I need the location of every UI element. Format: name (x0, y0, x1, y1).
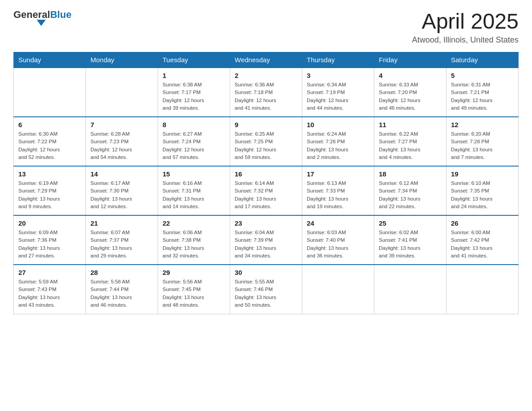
day-info: Sunrise: 6:27 AM Sunset: 7:24 PM Dayligh… (163, 130, 225, 161)
calendar-day-cell: 7Sunrise: 6:28 AM Sunset: 7:23 PM Daylig… (86, 117, 158, 166)
day-info: Sunrise: 6:13 AM Sunset: 7:33 PM Dayligh… (307, 180, 369, 210)
day-number: 1 (163, 72, 225, 79)
day-info: Sunrise: 6:16 AM Sunset: 7:31 PM Dayligh… (163, 180, 225, 210)
day-info: Sunrise: 6:12 AM Sunset: 7:34 PM Dayligh… (379, 180, 442, 210)
calendar-week-row: 27Sunrise: 5:59 AM Sunset: 7:43 PM Dayli… (14, 265, 519, 314)
day-number: 16 (235, 170, 297, 178)
day-number: 30 (235, 269, 297, 276)
calendar-day-header: Sunday (14, 52, 86, 68)
day-info: Sunrise: 5:59 AM Sunset: 7:43 PM Dayligh… (18, 278, 81, 309)
day-info: Sunrise: 6:03 AM Sunset: 7:40 PM Dayligh… (307, 229, 369, 260)
day-info: Sunrise: 6:19 AM Sunset: 7:29 PM Dayligh… (18, 180, 81, 210)
calendar-day-cell: 6Sunrise: 6:30 AM Sunset: 7:22 PM Daylig… (14, 117, 86, 166)
calendar-week-row: 13Sunrise: 6:19 AM Sunset: 7:29 PM Dayli… (14, 166, 519, 215)
day-number: 29 (163, 269, 225, 276)
calendar-day-cell: 13Sunrise: 6:19 AM Sunset: 7:29 PM Dayli… (14, 166, 86, 215)
calendar-day-cell: 15Sunrise: 6:16 AM Sunset: 7:31 PM Dayli… (158, 166, 230, 215)
page-subtitle: Atwood, Illinois, United States (412, 35, 519, 45)
calendar-table: SundayMondayTuesdayWednesdayThursdayFrid… (13, 52, 519, 314)
day-info: Sunrise: 6:28 AM Sunset: 7:23 PM Dayligh… (90, 130, 153, 161)
calendar-day-cell: 25Sunrise: 6:02 AM Sunset: 7:41 PM Dayli… (374, 215, 446, 265)
day-number: 2 (235, 72, 297, 79)
calendar-day-cell: 16Sunrise: 6:14 AM Sunset: 7:32 PM Dayli… (230, 166, 302, 215)
day-info: Sunrise: 5:55 AM Sunset: 7:46 PM Dayligh… (235, 278, 297, 309)
day-info: Sunrise: 6:09 AM Sunset: 7:36 PM Dayligh… (18, 229, 81, 260)
day-info: Sunrise: 6:38 AM Sunset: 7:17 PM Dayligh… (163, 81, 225, 112)
day-info: Sunrise: 6:24 AM Sunset: 7:26 PM Dayligh… (307, 130, 369, 161)
calendar-day-cell: 5Sunrise: 6:31 AM Sunset: 7:21 PM Daylig… (446, 68, 519, 117)
day-number: 27 (18, 269, 81, 276)
day-info: Sunrise: 6:04 AM Sunset: 7:39 PM Dayligh… (235, 229, 297, 260)
day-number: 19 (451, 170, 514, 178)
day-info: Sunrise: 6:10 AM Sunset: 7:35 PM Dayligh… (451, 180, 514, 210)
day-info: Sunrise: 6:34 AM Sunset: 7:19 PM Dayligh… (307, 81, 369, 112)
day-number: 5 (451, 72, 514, 79)
day-number: 14 (90, 170, 153, 178)
calendar-day-cell: 30Sunrise: 5:55 AM Sunset: 7:46 PM Dayli… (230, 265, 302, 314)
calendar-day-cell: 18Sunrise: 6:12 AM Sunset: 7:34 PM Dayli… (374, 166, 446, 215)
calendar-day-cell: 17Sunrise: 6:13 AM Sunset: 7:33 PM Dayli… (302, 166, 374, 215)
day-number: 28 (90, 269, 153, 276)
day-number: 7 (90, 121, 153, 128)
day-info: Sunrise: 6:30 AM Sunset: 7:22 PM Dayligh… (18, 130, 81, 161)
calendar-week-row: 6Sunrise: 6:30 AM Sunset: 7:22 PM Daylig… (14, 117, 519, 166)
page-title: April 2025 (412, 9, 519, 34)
day-number: 4 (379, 72, 442, 79)
day-number: 12 (451, 121, 514, 128)
calendar-day-cell: 1Sunrise: 6:38 AM Sunset: 7:17 PM Daylig… (158, 68, 230, 117)
calendar-day-cell: 4Sunrise: 6:33 AM Sunset: 7:20 PM Daylig… (374, 68, 446, 117)
calendar-day-header: Thursday (302, 52, 374, 68)
day-number: 6 (18, 121, 81, 128)
calendar-day-cell: 28Sunrise: 5:58 AM Sunset: 7:44 PM Dayli… (86, 265, 158, 314)
title-section: April 2025 Atwood, Illinois, United Stat… (412, 9, 519, 45)
day-number: 17 (307, 170, 369, 178)
day-number: 10 (307, 121, 369, 128)
day-number: 3 (307, 72, 369, 79)
calendar-day-cell (446, 265, 519, 314)
calendar-day-cell: 29Sunrise: 5:56 AM Sunset: 7:45 PM Dayli… (158, 265, 230, 314)
day-number: 23 (235, 219, 297, 227)
logo-blue: Blue (50, 9, 72, 20)
calendar-day-header: Wednesday (230, 52, 302, 68)
calendar-day-cell: 26Sunrise: 6:00 AM Sunset: 7:42 PM Dayli… (446, 215, 519, 265)
calendar-day-cell: 27Sunrise: 5:59 AM Sunset: 7:43 PM Dayli… (14, 265, 86, 314)
calendar-day-cell: 3Sunrise: 6:34 AM Sunset: 7:19 PM Daylig… (302, 68, 374, 117)
day-info: Sunrise: 6:00 AM Sunset: 7:42 PM Dayligh… (451, 229, 514, 260)
calendar-day-header: Friday (374, 52, 446, 68)
day-number: 22 (163, 219, 225, 227)
calendar-day-cell: 20Sunrise: 6:09 AM Sunset: 7:36 PM Dayli… (14, 215, 86, 265)
calendar-day-cell: 8Sunrise: 6:27 AM Sunset: 7:24 PM Daylig… (158, 117, 230, 166)
day-info: Sunrise: 6:20 AM Sunset: 7:28 PM Dayligh… (451, 130, 514, 161)
calendar-day-cell: 22Sunrise: 6:06 AM Sunset: 7:38 PM Dayli… (158, 215, 230, 265)
day-number: 9 (235, 121, 297, 128)
day-number: 26 (451, 219, 514, 227)
calendar-day-cell: 24Sunrise: 6:03 AM Sunset: 7:40 PM Dayli… (302, 215, 374, 265)
calendar-day-cell: 14Sunrise: 6:17 AM Sunset: 7:30 PM Dayli… (86, 166, 158, 215)
day-number: 24 (307, 219, 369, 227)
day-number: 8 (163, 121, 225, 128)
day-number: 13 (18, 170, 81, 178)
calendar-day-cell: 10Sunrise: 6:24 AM Sunset: 7:26 PM Dayli… (302, 117, 374, 166)
day-info: Sunrise: 6:36 AM Sunset: 7:18 PM Dayligh… (235, 81, 297, 112)
calendar-day-header: Saturday (446, 52, 519, 68)
day-info: Sunrise: 6:02 AM Sunset: 7:41 PM Dayligh… (379, 229, 442, 260)
calendar-day-cell: 23Sunrise: 6:04 AM Sunset: 7:39 PM Dayli… (230, 215, 302, 265)
calendar-day-cell (302, 265, 374, 314)
day-info: Sunrise: 6:25 AM Sunset: 7:25 PM Dayligh… (235, 130, 297, 161)
calendar-header-row: SundayMondayTuesdayWednesdayThursdayFrid… (14, 52, 519, 68)
page-header: GeneralBlue April 2025 Atwood, Illinois,… (13, 9, 519, 45)
day-info: Sunrise: 6:17 AM Sunset: 7:30 PM Dayligh… (90, 180, 153, 210)
day-number: 25 (379, 219, 442, 227)
day-info: Sunrise: 6:31 AM Sunset: 7:21 PM Dayligh… (451, 81, 514, 112)
calendar-day-cell: 11Sunrise: 6:22 AM Sunset: 7:27 PM Dayli… (374, 117, 446, 166)
calendar-day-cell: 2Sunrise: 6:36 AM Sunset: 7:18 PM Daylig… (230, 68, 302, 117)
calendar-day-header: Tuesday (158, 52, 230, 68)
calendar-day-cell: 12Sunrise: 6:20 AM Sunset: 7:28 PM Dayli… (446, 117, 519, 166)
calendar-day-cell (374, 265, 446, 314)
day-info: Sunrise: 6:06 AM Sunset: 7:38 PM Dayligh… (163, 229, 225, 260)
day-info: Sunrise: 6:07 AM Sunset: 7:37 PM Dayligh… (90, 229, 153, 260)
calendar-day-cell: 19Sunrise: 6:10 AM Sunset: 7:35 PM Dayli… (446, 166, 519, 215)
calendar-day-header: Monday (86, 52, 158, 68)
day-number: 15 (163, 170, 225, 178)
day-number: 11 (379, 121, 442, 128)
